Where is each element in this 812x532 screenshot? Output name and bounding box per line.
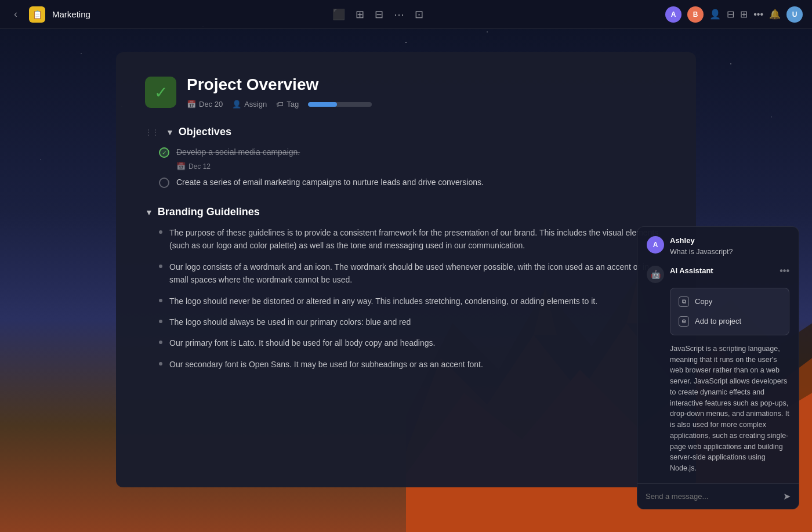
integration-icon[interactable]: ⊟	[727, 9, 734, 20]
copy-label: Copy	[695, 297, 712, 306]
bullet-text-6: Our secondary font is Open Sans. It may …	[169, 358, 483, 371]
tag-icon: 🏷	[276, 100, 284, 108]
bullet-item-1: The purpose of these guidelines is to pr…	[159, 226, 667, 252]
users-icon[interactable]: 👤	[709, 9, 721, 20]
notification-icon[interactable]: 🔔	[769, 9, 781, 20]
ai-message-body: JavaScript is a scripting language, mean…	[647, 343, 789, 474]
toolbar-icon-1[interactable]: ⬛	[332, 8, 345, 21]
topbar-left: ‹ 📋 Marketing	[9, 6, 90, 23]
project-meta: 📅 Dec 20 👤 Assign 🏷 Tag	[187, 100, 667, 108]
bullet-item-3: The logo should never be distorted or al…	[159, 295, 667, 307]
task-meta-1: 📅 Dec 12	[176, 162, 667, 171]
bullet-dot-2	[159, 265, 162, 268]
avatar-user[interactable]: U	[786, 6, 803, 23]
topbar-right: A B 👤 ⊟ ⊞ ••• 🔔 U	[665, 6, 803, 23]
tag-meta[interactable]: 🏷 Tag	[276, 100, 299, 108]
bullet-dot-3	[159, 299, 162, 302]
chat-bubble-ai: AI Assistant •••	[670, 266, 789, 278]
date-meta[interactable]: 📅 Dec 20	[187, 100, 223, 108]
bullet-item-5: Our primary font is Lato. It should be u…	[159, 336, 667, 349]
objectives-header: ⋮⋮ ▼ Objectives	[145, 126, 667, 138]
avatar-1[interactable]: A	[665, 6, 682, 23]
bullet-text-4: The logo should always be used in our pr…	[169, 316, 411, 328]
chat-bubble-user: Ashley What is Javascript?	[670, 236, 789, 258]
bullet-dot-1	[159, 230, 162, 234]
bullet-dot-6	[159, 362, 162, 365]
topbar-center: ⬛ ⊞ ⊟ ⋯ ⊡	[332, 8, 423, 21]
app-title: Marketing	[52, 9, 90, 19]
chat-avatar-ashley: A	[647, 236, 664, 254]
bullet-text-1: The purpose of these guidelines is to pr…	[169, 226, 667, 252]
branding-header: ▼ Branding Guidelines	[145, 206, 667, 218]
task-text-1: Develop a social media campaign.	[176, 146, 667, 158]
send-button[interactable]: ➤	[783, 491, 791, 502]
avatar-2[interactable]: B	[687, 6, 704, 23]
objectives-toggle[interactable]: ▼	[166, 128, 174, 137]
ashley-message-text: What is Javascript?	[670, 247, 789, 258]
date-label: Dec 20	[199, 100, 223, 108]
project-header: ✓ Project Overview 📅 Dec 20 👤 Assign 🏷	[145, 75, 667, 108]
chat-message-user: A Ashley What is Javascript?	[647, 236, 789, 258]
copy-icon: ⧉	[679, 296, 689, 307]
branding-section: ▼ Branding Guidelines The purpose of the…	[145, 206, 667, 371]
project-icon: ✓	[145, 77, 176, 108]
assign-meta[interactable]: 👤 Assign	[232, 100, 267, 108]
ai-more-button[interactable]: •••	[780, 266, 789, 276]
chat-panel: A Ashley What is Javascript? 🤖 AI Assist…	[637, 226, 799, 509]
toolbar-icon-4[interactable]: ⋯	[394, 8, 404, 21]
chat-input-area: ➤	[637, 483, 799, 509]
branding-title: Branding Guidelines	[158, 206, 260, 218]
back-button[interactable]: ‹	[9, 6, 22, 23]
context-add-project[interactable]: ⊕ Add to project	[670, 312, 789, 331]
checkbox-1[interactable]: ✓	[159, 147, 169, 158]
progress-bar-container	[308, 102, 372, 107]
branding-toggle[interactable]: ▼	[145, 208, 153, 217]
chat-message-ai: 🤖 AI Assistant •••	[647, 266, 789, 283]
ai-name: AI Assistant	[670, 266, 713, 275]
context-menu: ⧉ Copy ⊕ Add to project	[670, 288, 789, 335]
toolbar-icon-2[interactable]: ⊞	[356, 8, 364, 21]
task-date-1: Dec 12	[188, 162, 211, 171]
topbar: ‹ 📋 Marketing ⬛ ⊞ ⊟ ⋯ ⊡ A B 👤 ⊟ ⊞ ••• 🔔 …	[0, 0, 812, 29]
chat-sender-ashley: Ashley	[670, 236, 789, 245]
document-panel: ✓ Project Overview 📅 Dec 20 👤 Assign 🏷	[116, 52, 696, 487]
add-project-label: Add to project	[695, 317, 741, 325]
task-item-2: Create a series of email marketing campa…	[145, 176, 667, 189]
objectives-section: ⋮⋮ ▼ Objectives ✓ Develop a social media…	[145, 126, 667, 189]
project-title-area: Project Overview 📅 Dec 20 👤 Assign 🏷 Tag	[187, 75, 667, 108]
branding-bullet-list: The purpose of these guidelines is to pr…	[145, 226, 667, 371]
context-copy[interactable]: ⧉ Copy	[670, 292, 789, 312]
progress-bar-fill	[308, 102, 337, 107]
more-options-icon[interactable]: •••	[753, 9, 763, 20]
task-item-1: ✓ Develop a social media campaign. 📅 Dec…	[145, 146, 667, 171]
chat-avatar-ai: 🤖	[647, 266, 664, 283]
objectives-title: Objectives	[179, 126, 231, 138]
check-icon: ✓	[154, 83, 168, 102]
drag-handle-objectives[interactable]: ⋮⋮	[145, 128, 159, 136]
bullet-item-4: The logo should always be used in our pr…	[159, 316, 667, 328]
check-mark-1: ✓	[162, 149, 167, 157]
toolbar-icon-3[interactable]: ⊟	[375, 8, 383, 21]
chat-messages: A Ashley What is Javascript? 🤖 AI Assist…	[637, 227, 799, 483]
chat-input[interactable]	[646, 492, 778, 501]
bullet-text-2: Our logo consists of a wordmark and an i…	[169, 260, 667, 287]
checkbox-2[interactable]	[159, 178, 169, 188]
bullet-item-2: Our logo consists of a wordmark and an i…	[159, 260, 667, 287]
app-icon: 📋	[29, 6, 45, 23]
add-project-icon: ⊕	[679, 316, 689, 327]
task-text-2: Create a series of email marketing campa…	[176, 176, 667, 189]
task-calendar-icon-1: 📅	[176, 162, 186, 171]
task-content-1: Develop a social media campaign. 📅 Dec 1…	[176, 146, 667, 171]
assign-label: Assign	[244, 100, 267, 108]
bullet-text-5: Our primary font is Lato. It should be u…	[169, 336, 435, 349]
chat-sender-ai: AI Assistant •••	[670, 266, 789, 276]
user-icon: 👤	[232, 100, 241, 108]
project-title: Project Overview	[187, 75, 667, 94]
bullet-dot-4	[159, 320, 162, 323]
ai-message-text: JavaScript is a scripting language, mean…	[670, 343, 789, 474]
toolbar-icon-5[interactable]: ⊡	[415, 8, 423, 21]
grid-icon[interactable]: ⊞	[740, 9, 748, 20]
app-icon-symbol: 📋	[32, 10, 42, 19]
task-content-2: Create a series of email marketing campa…	[176, 176, 667, 189]
ashley-name: Ashley	[670, 236, 695, 245]
